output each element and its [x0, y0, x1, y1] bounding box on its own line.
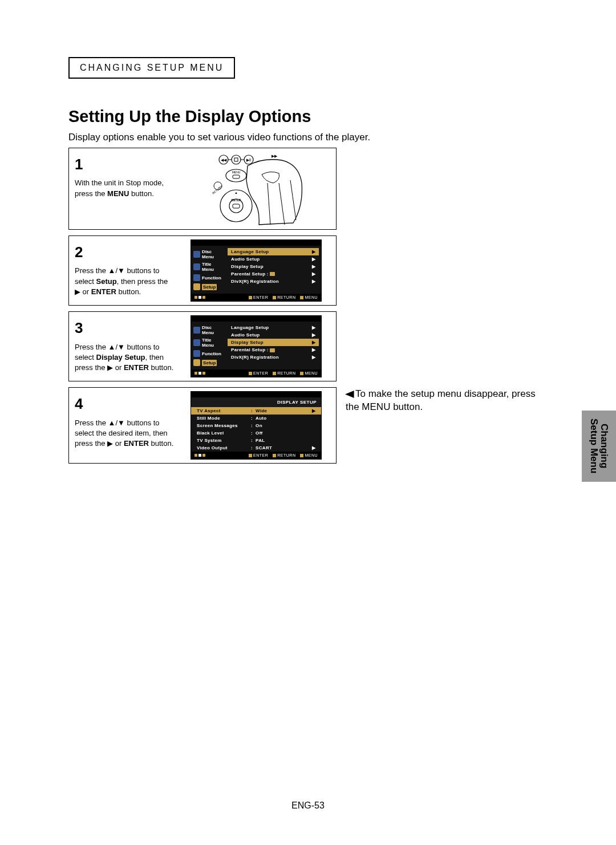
intro-text: Display options enable you to set variou… — [68, 132, 548, 143]
svg-rect-19 — [233, 204, 240, 208]
chevron-right-icon: ▶ — [312, 325, 315, 330]
section-header-box: CHANGING SETUP MENU — [68, 57, 235, 79]
step-3-text-e: button. — [149, 363, 173, 372]
svg-text:▶II: ▶II — [246, 158, 252, 162]
note-text: ◀To make the setup menu disappear, press… — [346, 388, 551, 414]
chevron-right-icon: ▶ — [312, 257, 315, 262]
page-content: CHANGING SETUP MENU Setting Up the Displ… — [68, 57, 548, 469]
osd-screen-2: Disc Menu Title Menu Function Setup Lang… — [191, 239, 322, 302]
step-4-text: 4 Press the ▲/▼ buttons to select the de… — [69, 388, 180, 463]
osd-footer: ENTER RETURN MENU — [191, 369, 321, 377]
page-number: ENG-53 — [0, 801, 616, 811]
menu-label: MENU — [232, 170, 241, 174]
chevron-right-icon: ▶ — [312, 340, 315, 345]
side-tab-line2: Setup Menu — [589, 419, 599, 473]
osd-side-function: Function — [202, 351, 221, 356]
osd-main-3: Language Setup▶ Audio Setup▶ Display Set… — [226, 322, 321, 369]
svg-rect-4 — [234, 158, 238, 161]
osd-sidebar: Disc Menu Title Menu Function Setup — [191, 246, 226, 294]
step-2-text: 2 Press the ▲/▼ buttons to select Setup,… — [69, 236, 180, 305]
osd4-rows: TV Aspect:Wide▶ Still Mode:Auto Screen M… — [191, 407, 321, 452]
step-3-number: 3 — [75, 318, 174, 338]
osd4-screen-messages-val: On — [256, 423, 309, 428]
osd-screen-3: Disc Menu Title Menu Function Setup Lang… — [191, 315, 322, 377]
footer-enter: ENTER — [253, 453, 268, 457]
step-2-text-b: Setup — [96, 277, 117, 286]
section-header-text: CHANGING SETUP MENU — [80, 63, 224, 72]
step-3-osd: Disc Menu Title Menu Function Setup Lang… — [180, 312, 336, 381]
step-3: 3 Press the ▲/▼ buttons to select Displa… — [68, 311, 337, 381]
osd4-video-output: Video Output — [197, 445, 251, 450]
osd-side-disc-menu: Disc Menu — [202, 249, 224, 259]
svg-text:RETURN: RETURN — [212, 185, 223, 195]
osd-row-display: Display Setup — [231, 340, 264, 345]
step-2-osd: Disc Menu Title Menu Function Setup Lang… — [180, 236, 336, 305]
side-tab-text: Changing Setup Menu — [589, 419, 609, 473]
osd-side-title-menu: Title Menu — [202, 338, 224, 348]
osd-row-parental: Parental Setup : — [231, 347, 269, 352]
osd4-tv-system: TV System — [197, 438, 251, 443]
osd-row-language: Language Setup — [231, 325, 269, 330]
chevron-right-icon: ▶ — [312, 347, 315, 352]
step-3-text: 3 Press the ▲/▼ buttons to select Displa… — [69, 312, 180, 381]
step-4-text-b: ENTER — [124, 439, 149, 448]
footer-return: RETURN — [277, 371, 295, 375]
svg-text:◀◀: ◀◀ — [221, 158, 227, 162]
osd4-video-output-val: SCART — [256, 445, 309, 450]
svg-text:ENTER: ENTER — [232, 198, 241, 202]
osd-side-title-menu: Title Menu — [202, 262, 224, 272]
note-content: To make the setup menu disappear, press … — [346, 388, 536, 412]
osd-row-language: Language Setup — [231, 249, 269, 254]
footer-menu: MENU — [305, 371, 318, 375]
step-4: 4 Press the ▲/▼ buttons to select the de… — [68, 387, 337, 464]
osd-sidebar: Disc Menu Title Menu Function Setup — [191, 322, 226, 369]
osd-screen-4: DISPLAY SETUP TV Aspect:Wide▶ Still Mode… — [191, 391, 322, 460]
osd4-tv-system-val: PAL — [256, 438, 309, 443]
footer-enter: ENTER — [253, 371, 268, 375]
osd4-header: DISPLAY SETUP — [191, 397, 321, 407]
step-2-number: 2 — [75, 242, 174, 262]
osd-row-parental: Parental Setup : — [231, 271, 269, 277]
section-side-tab: Changing Setup Menu — [582, 411, 616, 482]
chevron-right-icon: ▶ — [309, 445, 315, 450]
step-1-text-b: MENU — [107, 189, 129, 198]
chevron-right-icon: ▶ — [312, 271, 315, 277]
osd-side-disc-menu: Disc Menu — [202, 325, 224, 335]
page-title: Setting Up the Display Options — [68, 107, 548, 126]
svg-text:▶▶: ▶▶ — [271, 154, 278, 158]
osd-row-display: Display Setup — [231, 264, 264, 269]
footer-enter: ENTER — [253, 295, 268, 299]
osd-side-setup: Setup — [202, 360, 217, 366]
step-2: 2 Press the ▲/▼ buttons to select Setup,… — [68, 235, 337, 306]
osd-side-function: Function — [202, 275, 221, 281]
osd4-screen-messages: Screen Messages — [197, 423, 251, 428]
osd-row-divx: DivX(R) Registration — [231, 279, 279, 284]
side-tab-line1: Changing — [599, 424, 610, 468]
chevron-right-icon: ▶ — [312, 249, 315, 254]
footer-menu: MENU — [305, 453, 318, 457]
osd-side-setup: Setup — [202, 284, 217, 290]
step-4-osd: DISPLAY SETUP TV Aspect:Wide▶ Still Mode… — [180, 388, 336, 463]
osd4-still-mode: Still Mode — [197, 416, 251, 421]
osd4-tv-aspect-val: Wide — [256, 408, 309, 413]
osd-footer: ENTER RETURN MENU — [191, 294, 321, 301]
step-1-text: 1 With the unit in Stop mode, press the … — [69, 148, 180, 229]
footer-menu: MENU — [305, 295, 318, 299]
osd-row-audio: Audio Setup — [231, 332, 260, 338]
svg-point-15 — [220, 190, 252, 222]
step-2-text-d: ENTER — [91, 287, 116, 296]
footer-return: RETURN — [277, 453, 295, 457]
osd-row-audio: Audio Setup — [231, 257, 260, 262]
step-3-text-d: ENTER — [124, 363, 149, 372]
chevron-right-icon: ▶ — [312, 279, 315, 284]
step-1-illustration: ◀◀ ▶II ▶▶ MENU RETURN DISC ME — [180, 148, 336, 229]
step-4-number: 4 — [75, 393, 174, 414]
svg-point-3 — [232, 155, 241, 164]
chevron-right-icon: ▶ — [312, 264, 315, 269]
osd-footer: ENTER RETURN MENU — [191, 452, 321, 459]
lock-icon — [270, 348, 275, 352]
osd4-black-level: Black Level — [197, 430, 251, 436]
chevron-right-icon: ▶ — [309, 408, 315, 413]
step-2-text-e: button. — [116, 287, 141, 296]
svg-text:▲: ▲ — [234, 191, 238, 194]
